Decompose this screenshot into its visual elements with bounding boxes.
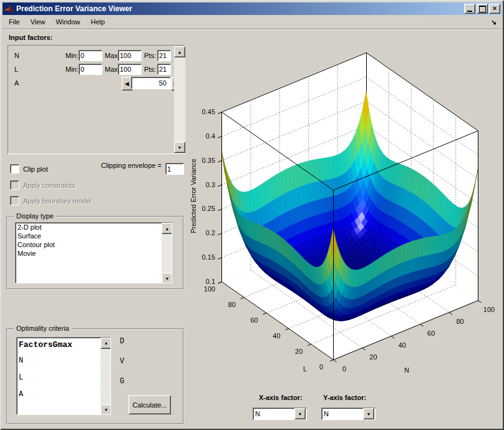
menu-window[interactable]: Window <box>51 16 84 27</box>
scroll-down-icon[interactable]: ▼ <box>162 273 172 283</box>
display-type-scrollbar[interactable]: ▲ ▼ <box>162 223 172 283</box>
factor-name-N: N <box>14 52 19 59</box>
scroll-down-icon[interactable]: ▼ <box>174 142 185 153</box>
factor-name-A: A <box>14 79 19 87</box>
criteria-letter-V: V <box>120 357 124 366</box>
clipping-envelope-label: Clipping envelope = <box>101 162 162 169</box>
apply-boundary-checkbox <box>10 196 19 205</box>
apply-constraints-row: Apply constraints <box>10 180 75 190</box>
criteria-letter-G: G <box>120 377 124 386</box>
close-button[interactable]: × <box>489 4 500 14</box>
clip-plot-row: Clip plot <box>10 164 48 173</box>
dock-arrow-icon[interactable]: ↘ <box>491 19 497 26</box>
list-item-N[interactable]: N <box>17 350 110 366</box>
y-axis-factor-combo[interactable]: N ▼ <box>321 408 376 420</box>
title-bar: Prediction Error Variance Viewer × <box>2 2 502 15</box>
pts-input-N[interactable] <box>157 50 171 61</box>
x-axis-factor-label: X-axis factor: <box>259 394 303 401</box>
apply-boundary-row: Apply boundary model <box>10 196 91 205</box>
display-type-title: Display type <box>14 212 56 220</box>
menu-view[interactable]: View <box>26 16 50 27</box>
optimality-scrollbar[interactable]: ▲ ▼ <box>100 338 110 414</box>
minimize-icon <box>467 11 472 12</box>
pts-input-L[interactable] <box>157 64 171 75</box>
pts-label-N: Pts: <box>144 52 156 59</box>
min-input-L[interactable] <box>79 64 102 75</box>
list-item-2d-plot[interactable]: 2-D plot <box>16 223 172 232</box>
optimality-list: FactorsGmax N L A ▲ ▼ <box>16 337 111 415</box>
list-item-A[interactable]: A <box>17 383 110 399</box>
minimize-button[interactable] <box>464 4 475 14</box>
apply-boundary-label: Apply boundary model <box>23 197 91 205</box>
display-type-list: 2-D plot Surface Contour plot Movie ▲ ▼ <box>15 222 172 283</box>
scroll-up-icon[interactable]: ▲ <box>174 46 185 57</box>
max-input-N[interactable] <box>118 50 142 61</box>
x-axis-factor-value: N <box>253 410 294 418</box>
app-window: { "window": { "title": "Prediction Error… <box>0 0 504 430</box>
list-item-L[interactable]: L <box>17 366 110 383</box>
menu-file[interactable]: File <box>4 16 24 27</box>
surface-plot <box>186 30 504 392</box>
optimality-title: Optimality criteria <box>14 325 72 332</box>
maximize-button[interactable] <box>477 4 488 14</box>
window-title: Prediction Error Variance Viewer <box>16 4 132 13</box>
calculate-button[interactable]: Calculate... <box>128 395 171 414</box>
min-input-N[interactable] <box>79 50 102 61</box>
scroll-down-icon[interactable]: ▼ <box>100 404 111 415</box>
menu-bar: File View Window Help ↘ <box>2 15 502 29</box>
display-type-groupbox: Display type 2-D plot Surface Contour pl… <box>6 216 184 290</box>
list-item-factorsgmax[interactable]: FactorsGmax <box>17 338 110 350</box>
dropdown-icon[interactable]: ▼ <box>363 408 374 419</box>
scroll-up-icon[interactable]: ▲ <box>100 338 111 349</box>
scroll-up-icon[interactable]: ▲ <box>162 223 172 234</box>
pts-label-L: Pts: <box>144 66 156 73</box>
clipping-envelope-input[interactable] <box>165 163 184 175</box>
maximize-icon <box>479 6 486 12</box>
list-item-surface[interactable]: Surface <box>16 232 172 240</box>
input-factors-panel: N Min: Max Pts: L Min: Max Pts: A ◄ 50 ►… <box>7 45 185 154</box>
slider-value-A[interactable]: 50 <box>131 77 171 89</box>
x-axis-factor-combo[interactable]: N ▼ <box>253 408 307 420</box>
apply-constraints-checkbox <box>10 180 19 190</box>
min-label-L: Min: <box>65 66 79 73</box>
factor-name-L: L <box>14 66 18 73</box>
list-item-contour[interactable]: Contour plot <box>16 240 172 249</box>
close-icon: × <box>493 5 497 12</box>
apply-constraints-label: Apply constraints <box>23 182 75 189</box>
input-factors-label: Input factors: <box>9 34 52 41</box>
y-axis-factor-value: N <box>322 410 363 418</box>
clip-plot-label: Clip plot <box>23 165 48 173</box>
min-label-N: Min: <box>65 52 79 59</box>
matlab-icon <box>4 4 14 14</box>
clip-plot-checkbox[interactable] <box>10 164 19 173</box>
optimality-groupbox: Optimality criteria FactorsGmax N L A ▲ … <box>6 328 184 424</box>
max-label-L: Max <box>105 66 118 73</box>
max-input-L[interactable] <box>118 64 142 75</box>
criteria-letter-D: D <box>120 337 124 346</box>
input-factors-scrollbar[interactable]: ▲ ▼ <box>174 46 184 152</box>
list-item-movie[interactable]: Movie <box>16 249 172 258</box>
max-label-N: Max <box>105 52 118 59</box>
dropdown-icon[interactable]: ▼ <box>294 408 306 419</box>
y-axis-factor-label: Y-axis factor: <box>323 394 366 401</box>
menu-help[interactable]: Help <box>87 16 110 27</box>
